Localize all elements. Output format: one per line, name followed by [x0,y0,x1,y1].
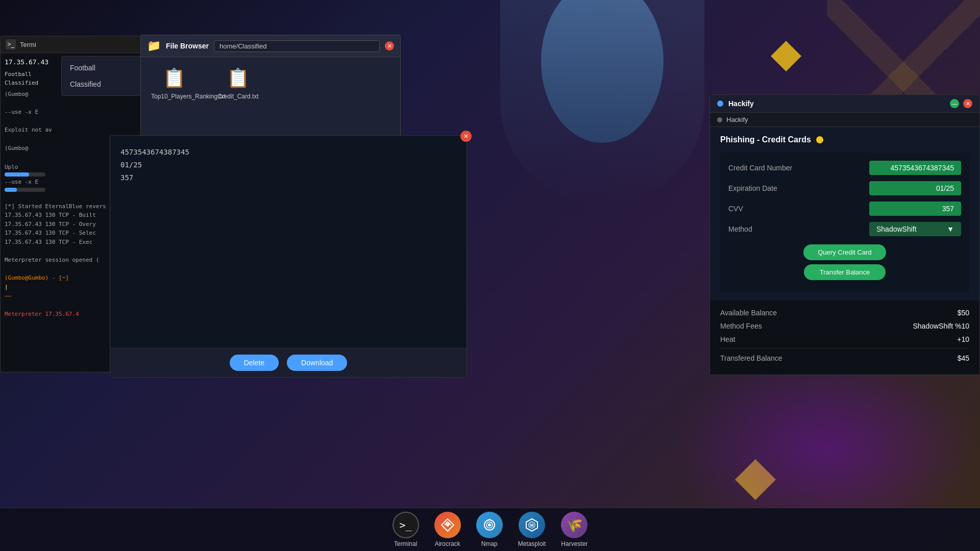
taskbar-item-metasploit[interactable]: M Metasploit [518,512,546,547]
method-select[interactable]: ShadowShift ▼ [869,222,961,236]
expiry-row: Expiration Date 01/25 [728,181,961,195]
terminal-taskbar-icon: >_ [393,512,419,538]
airocrack-icon-svg [440,518,455,532]
cc-number-row: Credit Card Number 4573543674387345 [728,161,961,175]
file-item-name-1: Top10_Players_Ranking.txt [151,93,197,100]
transferred-balance-label: Transfered Balance [720,354,782,362]
metasploit-icon-svg: M [525,518,539,532]
cvv-label: CVV [728,205,743,213]
expiry-value[interactable]: 01/25 [869,181,961,195]
terminal-taskbar-label: Terminal [394,540,417,547]
transfer-balance-button[interactable]: Transfer Balance [804,264,886,280]
action-buttons: Query Credit Card Transfer Balance [728,244,961,280]
harvester-icon-symbol: 🌾 [566,517,582,533]
phishing-section: Phishing - Credit Cards Credit Card Numb… [710,127,979,300]
file-viewer-window: ✕ 4573543674387345 01/25 357 Delete Down… [110,135,467,378]
taskbar: >_ Terminal Airocrack Nmap [0,508,980,551]
terminal-exploit: Exploit not av [5,126,138,135]
hackify-sub-titlebar: Hackify [710,113,979,127]
progress-bar-2 [5,188,45,192]
method-value: ShadowShift [876,225,917,233]
file-item-creditcard[interactable]: 📋 Credit_Card.txt [217,67,259,100]
cvv-row: CVV 357 [728,202,961,216]
heat-row: Heat +10 [720,335,969,343]
metasploit-taskbar-label: Metasploit [518,540,546,547]
terminal-cmd-2: --use -x E [5,108,138,117]
hackify-controls: — ✕ [950,99,972,108]
phishing-header: Phishing - Credit Cards [720,135,969,144]
available-balance-value: $50 [958,309,969,317]
cvv-value[interactable]: 357 [869,202,961,216]
taskbar-item-airocrack[interactable]: Airocrack [434,512,461,547]
terminal-1-icon: >_ [6,39,16,49]
method-row: Method ShadowShift ▼ [728,222,961,236]
query-credit-card-button[interactable]: Query Credit Card [803,244,886,260]
file-browser-title: File Browser [166,42,209,50]
phishing-status-dot [816,136,823,143]
taskbar-item-nmap[interactable]: Nmap [476,512,503,547]
file-doc-icon-2: 📋 [227,67,250,89]
expiry-label: Expiration Date [728,184,777,192]
cc-number-value[interactable]: 4573543674387345 [869,161,961,175]
sidebar-item-football[interactable]: Football [62,60,142,76]
file-browser-content: 📋 Top10_Players_Ranking.txt 📋 Credit_Car… [141,57,400,110]
terminal-1-titlebar: >_ Termi [1,36,142,53]
available-balance-row: Available Balance $50 [720,309,969,317]
heat-label: Heat [720,335,736,343]
hackify-sub-title-text: Hackify [726,116,748,123]
nmap-icon-svg [482,518,497,532]
file-item-name-2: Credit_Card.txt [217,93,259,100]
terminal-1-title: Termi [20,41,36,48]
cc-form: Credit Card Number 4573543674387345 Expi… [720,153,969,292]
hackify-dot [717,101,723,107]
terminal-icon-symbol: >_ [400,519,412,531]
file-browser-titlebar: 📁 File Browser home/Classified ✕ [141,35,400,57]
transferred-balance-row: Transfered Balance $45 [720,354,969,362]
nmap-taskbar-icon [476,512,503,538]
svg-point-3 [488,523,491,527]
sidebar-item-classified[interactable]: Classified [62,76,142,92]
svg-text:M: M [530,523,534,528]
method-fees-row: Method Fees ShadowShift %10 [720,322,969,330]
method-arrow-icon: ▼ [947,225,954,233]
file-doc-icon-1: 📋 [163,67,186,89]
harvester-taskbar-icon: 🌾 [561,512,587,538]
phishing-title: Phishing - Credit Cards [720,135,811,144]
taskbar-item-harvester[interactable]: 🌾 Harvester [561,512,587,547]
progress-fill-2 [5,188,17,192]
file-browser-path[interactable]: home/Classified [214,40,380,52]
char-hair [526,0,679,153]
file-item-top10[interactable]: 📋 Top10_Players_Ranking.txt [151,67,197,100]
hackify-main-title: Hackify [728,99,754,108]
method-fees-value: ShadowShift %10 [913,322,969,330]
cc-number-line: 4573543674387345 [120,146,456,159]
transferred-balance-value: $45 [958,354,969,362]
progress-fill-1 [5,172,29,177]
hackify-titlebar: Hackify — ✕ [710,95,979,113]
file-viewer-close-button[interactable]: ✕ [460,131,472,142]
airocrack-taskbar-label: Airocrack [435,540,460,547]
hackify-close-button[interactable]: ✕ [963,99,972,108]
heat-value: +10 [957,335,969,343]
folder-icon: 📁 [147,39,161,53]
progress-bar-1 [5,172,45,177]
airocrack-taskbar-icon [434,512,461,538]
info-divider [720,348,969,349]
download-button[interactable]: Download [287,355,347,371]
delete-button[interactable]: Delete [230,355,279,371]
hackify-sub-dot [717,117,722,122]
file-viewer-content: 4573543674387345 01/25 357 [110,136,467,348]
metasploit-taskbar-icon: M [519,512,545,538]
file-browser-close-button[interactable]: ✕ [385,41,394,51]
sidebar-panel: Football Classified [61,56,143,96]
method-fees-label: Method Fees [720,322,762,330]
nmap-taskbar-label: Nmap [481,540,498,547]
taskbar-item-terminal[interactable]: >_ Terminal [393,512,419,547]
info-section: Available Balance $50 Method Fees Shadow… [710,300,979,375]
method-label: Method [728,225,752,233]
hackify-minimize-button[interactable]: — [950,99,959,108]
file-browser-window: 📁 File Browser home/Classified ✕ 📋 Top10… [140,35,401,142]
svg-point-0 [446,523,449,527]
cc-cvv-line: 357 [120,171,456,184]
character-overlay [500,0,704,204]
